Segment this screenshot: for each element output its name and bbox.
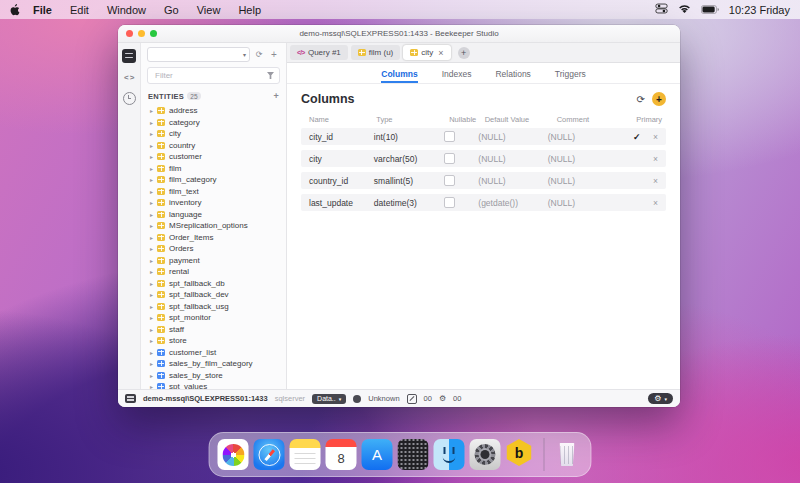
header-actions: ⟳ +: [637, 92, 666, 106]
entity-film_category[interactable]: ▸film_category: [141, 174, 286, 186]
filter-input[interactable]: [153, 70, 267, 81]
entity-category[interactable]: ▸category: [141, 117, 286, 129]
entity-spt_monitor[interactable]: ▸spt_monitor: [141, 312, 286, 324]
nullable-checkbox[interactable]: [444, 197, 455, 208]
nullable-checkbox[interactable]: [444, 175, 455, 186]
entity-msreplication_options[interactable]: ▸MSreplication_options: [141, 220, 286, 232]
system-preferences-glyph: [470, 439, 501, 470]
column-row-country_id: country_idsmallint(5)(NULL)(NULL)×: [301, 172, 666, 189]
menu-file[interactable]: File: [24, 4, 61, 16]
safari-dock-icon[interactable]: [254, 439, 285, 470]
minimize-window-button[interactable]: [138, 30, 145, 37]
safari-glyph: [254, 439, 285, 470]
add-column-button[interactable]: +: [652, 92, 666, 106]
main-panel: </>Query #1film (u)city×+ ColumnsIndexes…: [287, 43, 680, 389]
entity-payment[interactable]: ▸payment: [141, 255, 286, 267]
entity-orders[interactable]: ▸Orders: [141, 243, 286, 255]
system-preferences-dock-icon[interactable]: [470, 439, 501, 470]
table-icon: [157, 222, 165, 229]
chevron-right-icon: ▸: [150, 291, 157, 298]
menubar-clock[interactable]: 10:23 Friday: [729, 4, 790, 16]
battery-icon[interactable]: [701, 4, 719, 16]
entity-rental[interactable]: ▸rental: [141, 266, 286, 278]
remove-column-button[interactable]: ×: [653, 132, 666, 142]
refresh-columns-icon[interactable]: ⟳: [637, 94, 645, 105]
tab-city[interactable]: city×: [403, 45, 450, 60]
table-icon: [157, 199, 165, 206]
entity-spt_fallback_usg[interactable]: ▸spt_fallback_usg: [141, 301, 286, 313]
tab-query-1[interactable]: </>Query #1: [290, 45, 348, 60]
entity-inventory[interactable]: ▸inventory: [141, 197, 286, 209]
app-store-dock-icon[interactable]: A: [362, 439, 393, 470]
entity-customer_list[interactable]: ▸customer_list: [141, 347, 286, 359]
tab-close-icon[interactable]: ×: [438, 48, 443, 58]
entity-country[interactable]: ▸country: [141, 140, 286, 152]
structure-tab-columns[interactable]: Columns: [381, 69, 417, 83]
entities-add-button[interactable]: +: [273, 91, 279, 101]
database-rail-icon[interactable]: [122, 49, 136, 63]
photos-dock-icon[interactable]: [218, 439, 249, 470]
settings-pill-button[interactable]: ⚙ ▾: [648, 393, 673, 404]
history-rail-icon[interactable]: [123, 92, 136, 105]
entity-spt_fallback_db[interactable]: ▸spt_fallback_db: [141, 278, 286, 290]
remove-column-button[interactable]: ×: [653, 198, 666, 208]
window-title: demo-mssql\SQLEXPRESS01:1433 - Beekeeper…: [299, 29, 498, 38]
gear-icon: ⚙: [654, 395, 661, 403]
menu-edit[interactable]: Edit: [61, 4, 98, 16]
entity-sales_by_film_category[interactable]: ▸sales_by_film_category: [141, 358, 286, 370]
wifi-icon[interactable]: [678, 4, 691, 16]
structure-tab-triggers[interactable]: Triggers: [555, 69, 586, 83]
entity-customer[interactable]: ▸customer: [141, 151, 286, 163]
menu-go[interactable]: Go: [155, 4, 188, 16]
terminal-dock-icon[interactable]: [398, 439, 429, 470]
entity-spt_fallback_dev[interactable]: ▸spt_fallback_dev: [141, 289, 286, 301]
trash-dock-icon[interactable]: [552, 439, 583, 470]
structure-tab-relations[interactable]: Relations: [495, 69, 530, 83]
database-pill[interactable]: Data.. ▾: [312, 394, 346, 404]
remove-column-button[interactable]: ×: [653, 154, 666, 164]
column-row-city: cityvarchar(50)(NULL)(NULL)×: [301, 150, 666, 167]
calendar-dock-icon[interactable]: 8: [326, 439, 357, 470]
entity-order_items[interactable]: ▸Order_Items: [141, 232, 286, 244]
chevron-right-icon: ▸: [150, 245, 157, 252]
beekeeper-studio-dock-icon[interactable]: b: [506, 439, 537, 470]
terminal-glyph: [398, 439, 429, 470]
dock: 8Ab: [209, 432, 592, 477]
entity-film_text[interactable]: ▸film_text: [141, 186, 286, 198]
nullable-checkbox[interactable]: [444, 153, 455, 164]
entity-sales_by_store[interactable]: ▸sales_by_store: [141, 370, 286, 382]
queries-rail-icon[interactable]: < >: [124, 73, 134, 82]
menu-window[interactable]: Window: [98, 4, 155, 16]
add-entity-button[interactable]: +: [268, 48, 280, 61]
window-titlebar[interactable]: demo-mssql\SQLEXPRESS01:1433 - Beekeeper…: [118, 25, 680, 43]
notes-dock-icon[interactable]: [290, 439, 321, 470]
refresh-entities-button[interactable]: ⟳: [253, 48, 265, 61]
entity-language[interactable]: ▸language: [141, 209, 286, 221]
database-select[interactable]: ▾: [147, 47, 250, 62]
entity-film[interactable]: ▸film: [141, 163, 286, 175]
chevron-right-icon: ▸: [150, 130, 157, 137]
nullable-checkbox[interactable]: [444, 131, 455, 142]
remove-column-button[interactable]: ×: [653, 176, 666, 186]
entity-staff[interactable]: ▸staff: [141, 324, 286, 336]
apple-menu-icon[interactable]: [10, 4, 20, 16]
traffic-lights: [126, 30, 157, 37]
structure-tab-indexes[interactable]: Indexes: [442, 69, 472, 83]
close-window-button[interactable]: [126, 30, 133, 37]
control-center-icon[interactable]: [655, 2, 668, 17]
table-icon: [157, 280, 165, 287]
zoom-window-button[interactable]: [150, 30, 157, 37]
entity-address[interactable]: ▸address: [141, 105, 286, 117]
filter-funnel-icon[interactable]: [267, 72, 274, 79]
entity-spt_values[interactable]: ▸spt_values: [141, 381, 286, 389]
menu-view[interactable]: View: [188, 4, 230, 16]
finder-dock-icon[interactable]: [434, 439, 465, 470]
new-tab-button[interactable]: +: [458, 47, 470, 59]
calendar-glyph: 8: [326, 439, 357, 470]
running-queries-count: 00: [453, 394, 461, 403]
entity-list: ▸address▸category▸city▸country▸customer▸…: [141, 105, 286, 389]
menu-help[interactable]: Help: [229, 4, 270, 16]
entity-store[interactable]: ▸store: [141, 335, 286, 347]
tab-film-u-[interactable]: film (u): [351, 45, 400, 60]
entity-city[interactable]: ▸city: [141, 128, 286, 140]
